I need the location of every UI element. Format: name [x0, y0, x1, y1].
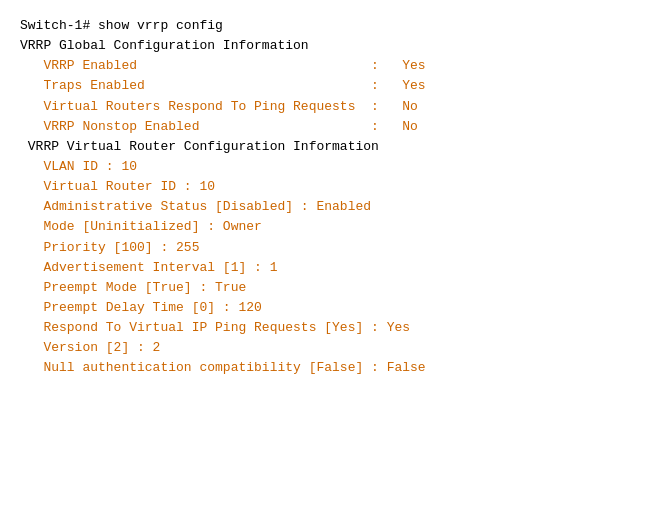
terminal-line-14: Mode [Uninitialized] : Owner: [20, 217, 635, 237]
terminal-line-11: Virtual Router ID : 10: [20, 177, 635, 197]
terminal-line-15: Priority [100] : 255: [20, 238, 635, 258]
terminal-line-17: Preempt Mode [True] : True: [20, 278, 635, 298]
terminal-line-21: Null authentication compatibility [False…: [20, 358, 635, 378]
terminal-line-13: Administrative Status [Disabled] : Enabl…: [20, 197, 635, 217]
terminal-line-5: Virtual Routers Respond To Ping Requests…: [20, 97, 635, 117]
terminal-line-0: Switch-1# show vrrp config: [20, 16, 635, 36]
terminal-line-19: Respond To Virtual IP Ping Requests [Yes…: [20, 318, 635, 338]
terminal-line-6: VRRP Nonstop Enabled : No: [20, 117, 635, 137]
terminal-line-18: Preempt Delay Time [0] : 120: [20, 298, 635, 318]
terminal-line-20: Version [2] : 2: [20, 338, 635, 358]
terminal-line-10: VLAN ID : 10: [20, 157, 635, 177]
terminal-line-3: VRRP Enabled : Yes: [20, 56, 635, 76]
terminal-line-4: Traps Enabled : Yes: [20, 76, 635, 96]
terminal-line-16: Advertisement Interval [1] : 1: [20, 258, 635, 278]
terminal-output: Switch-1# show vrrp configVRRP Global Co…: [20, 16, 635, 379]
terminal-line-8: VRRP Virtual Router Configuration Inform…: [20, 137, 635, 157]
terminal-line-1: VRRP Global Configuration Information: [20, 36, 635, 56]
